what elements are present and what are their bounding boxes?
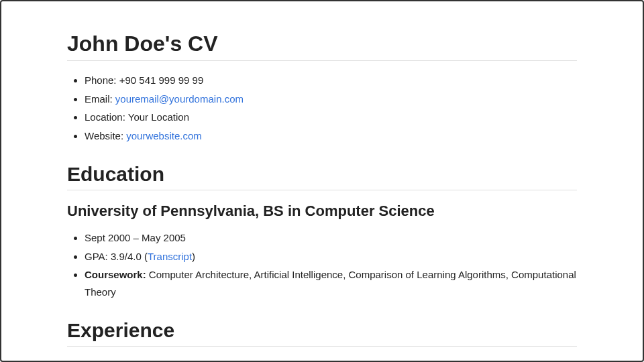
website-label: Website: (85, 130, 126, 141)
document-content: John Doe's CV Phone: +90 541 999 99 99 E… (67, 1, 577, 361)
experience-job1-title: Apple, Software Engineer (67, 359, 577, 361)
scroll-container[interactable]: John Doe's CV Phone: +90 541 999 99 99 E… (1, 1, 643, 361)
email-label: Email: (85, 93, 115, 105)
education-dates: Sept 2000 – May 2005 (85, 229, 577, 247)
coursework-label: Coursework: (85, 269, 146, 280)
email-link[interactable]: youremail@yourdomain.com (115, 93, 244, 105)
education-details: Sept 2000 – May 2005 GPA: 3.9/4.0 (Trans… (67, 229, 577, 300)
contact-website: Website: yourwebsite.com (85, 127, 577, 145)
location-value: Your Location (128, 111, 189, 123)
transcript-link[interactable]: Transcript (148, 251, 192, 262)
education-heading: Education (67, 163, 577, 190)
coursework-value: Computer Architecture, Artificial Intell… (85, 269, 576, 298)
phone-label: Phone: (85, 74, 119, 86)
website-link[interactable]: yourwebsite.com (126, 130, 202, 141)
page-title: John Doe's CV (67, 32, 577, 61)
gpa-suffix: ) (192, 251, 195, 262)
education-gpa: GPA: 3.9/4.0 (Transcript) (85, 248, 577, 265)
contact-email: Email: youremail@yourdomain.com (85, 90, 577, 108)
location-label: Location: (85, 111, 128, 123)
contact-location: Location: Your Location (85, 109, 577, 126)
contact-list: Phone: +90 541 999 99 99 Email: youremai… (67, 72, 577, 144)
education-school: University of Pennsylvania, BS in Comput… (67, 202, 577, 220)
contact-phone: Phone: +90 541 999 99 99 (85, 72, 577, 89)
experience-heading: Experience (67, 319, 577, 347)
gpa-prefix: GPA: 3.9/4.0 ( (85, 251, 148, 262)
phone-value: +90 541 999 99 99 (119, 74, 204, 86)
education-coursework: Coursework: Computer Architecture, Artif… (85, 266, 577, 300)
